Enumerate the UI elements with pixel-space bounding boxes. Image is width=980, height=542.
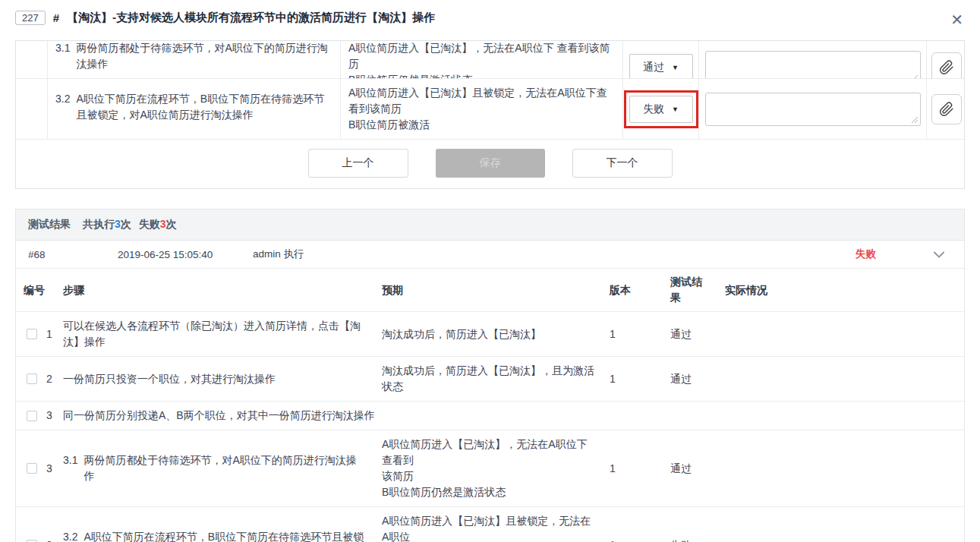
expected-cell: 淘汰成功后，简历进入【已淘汰】 xyxy=(374,320,602,348)
step-text: A职位下简历在流程环节，B职位下简历在待筛选环节且被锁定，对A职位简历进行淘汰操… xyxy=(76,91,332,123)
version-cell: 1 xyxy=(602,320,663,348)
step-no: 3 xyxy=(46,537,52,542)
actual-cell xyxy=(717,539,964,542)
save-button[interactable]: 保存 xyxy=(436,149,545,178)
step-cell: 3.1 两份简历都处于待筛选环节，对A职位下的简历进行淘汰操作 xyxy=(55,446,374,490)
exec-actual-cell xyxy=(699,79,927,139)
test-run-row[interactable]: #68 2019-06-25 15:05:40 admin 执行 失败 xyxy=(16,241,964,269)
step-cell: 3.2 A职位下简历在流程环节，B职位下简历在待筛选环节且被锁定，对A职位简历进… xyxy=(55,523,374,542)
form-footer: 上一个 保存 下一个 xyxy=(16,140,964,188)
result-cell: 失败 xyxy=(663,531,717,542)
step-text: A职位下简历在流程环节，B职位下简历在待筛选环节且被锁定，对A职位简历进行淘汰操… xyxy=(84,529,367,542)
exec-result-cell: 通过 ▼ xyxy=(623,41,699,79)
results-header: 测试结果 共执行3次失败3次 xyxy=(16,210,964,241)
result-cell: 通过 xyxy=(663,455,717,483)
run-time: 2019-06-25 15:05:40 xyxy=(118,249,253,260)
step-checkbox[interactable] xyxy=(27,329,37,339)
page-title: 【淘汰】-支持对候选人模块所有流程环节中的激活简历进行【淘汰】操作 xyxy=(67,11,435,25)
step-no: 2 xyxy=(46,371,52,387)
result-cell: 通过 xyxy=(663,365,717,393)
next-button[interactable]: 下一个 xyxy=(572,149,673,178)
col-header-actual: 实际情况 xyxy=(717,277,964,304)
title-hash: # xyxy=(53,11,59,24)
step-no: 3 xyxy=(46,461,52,477)
step-text: 两份简历都处于待筛选环节，对A职位下的简历进行淘汰操作 xyxy=(76,41,332,72)
step-row: 2 一份简历只投资一个职位，对其进行淘汰操作 淘汰成功后，简历进入【已淘汰】，且… xyxy=(16,357,964,402)
step-row: 3 3.1 两份简历都处于待筛选环节，对A职位下的简历进行淘汰操作 A职位简历进… xyxy=(16,430,964,507)
step-checkbox[interactable] xyxy=(27,411,37,421)
expected-cell: A职位简历进入【已淘汰】，无法在A职位下 查看到 该简历 B职位简历仍然是激活状… xyxy=(374,430,602,506)
page-header: 227 # 【淘汰】-支持对候选人模块所有流程环节中的激活简历进行【淘汰】操作 … xyxy=(0,0,980,34)
step-checkbox[interactable] xyxy=(27,373,37,384)
step-text: 两份简历都处于待筛选环节，对A职位下的简历进行淘汰操作 xyxy=(84,452,367,484)
results-summary: 共执行3次失败3次 xyxy=(83,218,177,232)
actual-cell xyxy=(717,328,964,340)
actual-result-textarea[interactable] xyxy=(705,93,921,126)
actual-cell xyxy=(717,462,964,474)
exec-result-cell: 失败 ▼ xyxy=(623,79,699,139)
step-row: 1 可以在候选人各流程环节（除已淘汰）进入简历详情，点击【淘汰】操作 淘汰成功后… xyxy=(16,312,964,357)
col-header-result: 测试结果 xyxy=(663,269,717,311)
execution-form-card: 3.1 两份简历都处于待筛选环节，对A职位下的简历进行淘汰操作 A职位简历进入【… xyxy=(15,40,965,189)
paperclip-icon xyxy=(939,60,954,75)
version-cell: 1 xyxy=(602,531,663,542)
col-header-step: 步骤 xyxy=(55,277,374,304)
results-title: 测试结果 xyxy=(28,218,71,232)
exec-step-cell: 3.1 两份简历都处于待筛选环节，对A职位下的简历进行淘汰操作 xyxy=(48,41,341,79)
caret-down-icon: ▼ xyxy=(672,106,679,113)
step-no: 1 xyxy=(46,326,52,342)
attach-button[interactable] xyxy=(931,52,962,79)
resize-grip-icon[interactable] xyxy=(911,116,919,124)
expected-cell: 淘汰成功后，简历进入【已淘汰】，且为激活状态 xyxy=(374,357,602,401)
col-header-version: 版本 xyxy=(602,277,663,304)
exec-actual-cell xyxy=(699,41,927,79)
exec-count: 3 xyxy=(115,218,121,230)
col-header-no: 编号 xyxy=(16,277,55,304)
sub-step-number: 3.1 xyxy=(63,452,77,484)
sub-step-number: 3.2 xyxy=(63,529,77,542)
step-group-row: 3 同一份简历分别投递A、B两个职位，对其中一份简历进行淘汰操作 xyxy=(16,402,964,430)
chevron-down-icon[interactable] xyxy=(934,251,944,258)
annotation-highlight: 失败 ▼ xyxy=(624,90,698,128)
result-select[interactable]: 失败 ▼ xyxy=(629,96,693,123)
close-icon[interactable]: ✕ xyxy=(950,11,963,29)
steps-table-header: 编号 步骤 预期 版本 测试结果 实际情况 xyxy=(16,269,964,312)
exec-number-cell xyxy=(16,79,48,139)
exec-step-cell: 3.2 A职位下简历在流程环节，B职位下简历在待筛选环节且被锁定，对A职位简历进… xyxy=(48,79,341,139)
exec-expected-cell: A职位简历进入【已淘汰】，无法在A职位下 查看到该简历 B职位简历仍然是激活状态 xyxy=(341,41,623,79)
previous-button[interactable]: 上一个 xyxy=(308,149,408,178)
actual-cell xyxy=(717,373,964,385)
step-cell: 可以在候选人各流程环节（除已淘汰）进入简历详情，点击【淘汰】操作 xyxy=(55,312,374,356)
step-number: 3.1 xyxy=(55,41,70,72)
version-cell: 1 xyxy=(602,365,663,393)
version-cell: 1 xyxy=(602,455,663,483)
result-select-value: 通过 xyxy=(643,61,664,74)
exec-attach-cell xyxy=(927,41,964,79)
run-steps-table: 编号 步骤 预期 版本 测试结果 实际情况 1 可以在候选人各流程环节（除已淘汰… xyxy=(16,269,964,542)
fail-count: 3 xyxy=(160,218,166,230)
exec-step-row-3-2: 3.2 A职位下简历在流程环节，B职位下简历在待筛选环节且被锁定，对A职位简历进… xyxy=(16,79,964,140)
caret-down-icon: ▼ xyxy=(672,64,679,71)
attach-button[interactable] xyxy=(931,94,962,124)
test-results-panel: 测试结果 共执行3次失败3次 #68 2019-06-25 15:05:40 a… xyxy=(15,209,965,542)
exec-step-row-3-1: 3.1 两份简历都处于待筛选环节，对A职位下的简历进行淘汰操作 A职位简历进入【… xyxy=(16,41,964,79)
exec-attach-cell xyxy=(927,79,966,139)
col-header-expected: 预期 xyxy=(374,277,602,304)
expected-cell: A职位简历进入【已淘汰】且被锁定，无法在A职位 下查看到该简历 B职位简历被激活 xyxy=(374,507,602,542)
exec-number-cell xyxy=(16,41,48,79)
step-no: 3 xyxy=(46,408,52,424)
case-id-badge: 227 xyxy=(15,11,46,25)
exec-expected-cell: A职位简历进入【已淘汰】且被锁定，无法在A职位下查看到该简历 B职位简历被激活 xyxy=(341,79,623,139)
run-executor: admin 执行 xyxy=(253,247,856,261)
expected-text: A职位简历进入【已淘汰】且被锁定，无法在A职位下查看到该简历 B职位简历被激活 xyxy=(348,85,615,133)
actual-result-textarea[interactable] xyxy=(705,51,921,79)
step-row: 3 3.2 A职位下简历在流程环节，B职位下简历在待筛选环节且被锁定，对A职位简… xyxy=(16,507,964,542)
result-select[interactable]: 通过 ▼ xyxy=(629,54,693,79)
run-status: 失败 xyxy=(856,247,876,261)
step-checkbox[interactable] xyxy=(27,463,37,474)
expected-text: A职位简历进入【已淘汰】，无法在A职位下 查看到该简历 B职位简历仍然是激活状态 xyxy=(348,41,615,79)
result-select-value: 失败 xyxy=(643,102,664,116)
result-cell: 通过 xyxy=(663,320,717,348)
step-cell: 同一份简历分别投递A、B两个职位，对其中一份简历进行淘汰操作 xyxy=(55,402,964,430)
run-id: #68 xyxy=(28,249,118,260)
